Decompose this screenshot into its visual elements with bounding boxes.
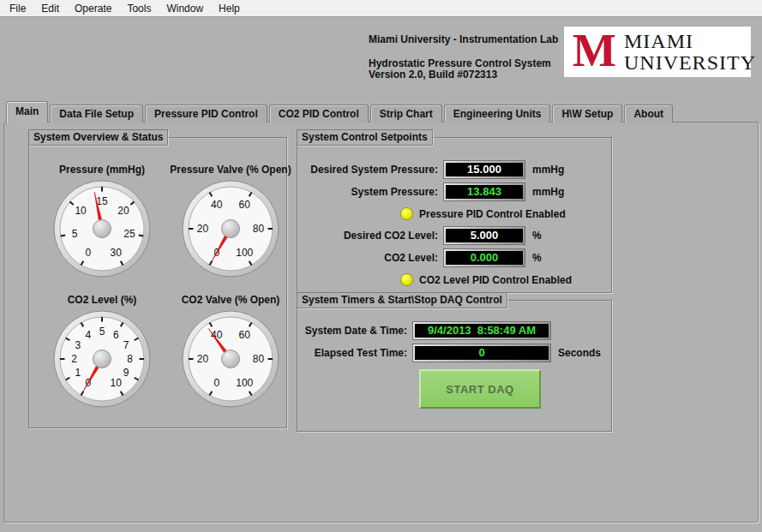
tab-bar: MainData File SetupPressure PID ControlC…: [6, 102, 675, 123]
display-value-co2-level: 0.000: [446, 251, 523, 265]
system-overview-panel-title: System Overview & Status: [28, 129, 168, 146]
svg-text:10: 10: [75, 205, 87, 217]
gauge-pressure-valve: Pressure Valve (% Open)020406080100: [166, 164, 295, 294]
svg-text:2: 2: [71, 353, 77, 365]
label-desired-co2-level: Desired CO2 Level:: [297, 230, 443, 242]
display-value-system-pressure: 13.843: [446, 185, 523, 199]
svg-text:4: 4: [85, 329, 91, 341]
row-elapsed-test-time: Elapsed Test Time:0Seconds: [297, 342, 611, 364]
setpoint-rows: Desired System Pressure:15.000mmHgSystem…: [297, 138, 611, 290]
led-indicator-co2-level-pid-control-enabled: [400, 273, 413, 286]
svg-text:20: 20: [197, 353, 209, 365]
svg-text:25: 25: [123, 228, 135, 240]
row-system-pressure: System Pressure:13.843mmHg: [297, 181, 611, 203]
svg-text:80: 80: [253, 223, 265, 235]
svg-text:60: 60: [239, 199, 251, 211]
logo-wordmark: MIAMI UNIVERSITY: [624, 31, 756, 74]
start-daq-button[interactable]: START DAQ: [419, 369, 541, 409]
svg-text:8: 8: [127, 353, 133, 365]
label-system-pressure: System Pressure:: [297, 186, 443, 198]
menu-edit[interactable]: Edit: [33, 1, 67, 16]
svg-text:80: 80: [253, 353, 265, 365]
svg-text:0: 0: [213, 377, 219, 389]
control-setpoints-panel: System Control Setpoints Desired System …: [297, 137, 612, 293]
gauge-dial-co2-level: 012345678910: [51, 308, 153, 410]
unit-elapsed-test-time: Seconds: [558, 347, 601, 359]
svg-text:9: 9: [123, 367, 129, 379]
tab-pressure-pid-control[interactable]: Pressure PID Control: [145, 105, 267, 123]
svg-text:20: 20: [197, 223, 209, 235]
svg-text:3: 3: [75, 339, 81, 351]
timer-rows: System Date & Time:9/4/2013 8:58:49 AMEl…: [297, 301, 611, 364]
gauge-dial-co2-valve: 020406080100: [179, 308, 282, 410]
app-version: Version 2.0, Build #072313: [369, 69, 558, 81]
display-system-pressure: 13.843: [443, 182, 525, 201]
svg-text:5: 5: [72, 228, 78, 240]
led-row-pressure-pid-control-enabled: Pressure PID Control Enabled: [400, 203, 611, 224]
svg-text:1: 1: [75, 367, 81, 379]
logo-m-monogram: M: [573, 30, 616, 72]
tab-main[interactable]: Main: [6, 101, 48, 123]
label-system-date-time: System Date & Time:: [297, 325, 412, 337]
display-value-elapsed-test-time: 0: [415, 346, 549, 360]
display-value-desired-system-pressure[interactable]: 15.000: [446, 163, 523, 176]
logo-word-university: UNIVERSITY: [624, 51, 756, 74]
display-value-system-date-time: 9/4/2013 8:58:49 AM: [415, 324, 549, 338]
svg-text:0: 0: [85, 247, 91, 259]
system-overview-panel: System Overview & Status Pressure (mmHg)…: [28, 137, 287, 428]
display-system-date-time: 9/4/2013 8:58:49 AM: [412, 321, 551, 340]
tab-h-w-setup[interactable]: H\W Setup: [552, 105, 622, 123]
gauge-co2-level: CO2 Level (%)012345678910: [38, 294, 166, 424]
unit-desired-co2-level: %: [532, 230, 542, 242]
miami-university-logo: M MIAMI UNIVERSITY: [564, 27, 751, 77]
svg-text:6: 6: [113, 329, 119, 341]
menu-tools[interactable]: Tools: [119, 1, 159, 16]
svg-text:60: 60: [239, 329, 251, 341]
menu-file[interactable]: File: [2, 1, 33, 16]
app-title: Miami University - Instrumentation Lab: [369, 34, 558, 45]
label-co2-level: CO2 Level:: [297, 252, 443, 264]
svg-text:5: 5: [99, 326, 105, 338]
tab-strip-chart[interactable]: Strip Chart: [370, 105, 442, 123]
tab-data-file-setup[interactable]: Data File Setup: [50, 105, 143, 123]
header-text-block: Miami University - Instrumentation Lab H…: [369, 34, 558, 81]
row-system-date-time: System Date & Time:9/4/2013 8:58:49 AM: [297, 320, 611, 342]
logo-word-miami: MIAMI: [624, 30, 693, 52]
tab-engineering-units[interactable]: Engineering Units: [444, 105, 551, 123]
display-elapsed-test-time: 0: [412, 344, 551, 362]
menu-help[interactable]: Help: [211, 1, 248, 16]
gauge-caption-co2-valve: CO2 Valve (% Open): [182, 294, 280, 306]
tab-co2-pid-control[interactable]: CO2 PID Control: [269, 105, 369, 123]
gauge-dial-pressure: 051015202530: [51, 177, 153, 280]
svg-text:40: 40: [211, 199, 223, 211]
gauge-caption-pressure-valve: Pressure Valve (% Open): [170, 164, 291, 176]
menu-window[interactable]: Window: [159, 1, 211, 16]
control-setpoints-panel-title: System Control Setpoints: [297, 129, 433, 146]
tab-page-main: System Overview & Status Pressure (mmHg)…: [3, 122, 759, 523]
tab-about[interactable]: About: [624, 105, 673, 123]
svg-text:7: 7: [123, 339, 129, 351]
display-desired-co2-level[interactable]: 5.000: [443, 226, 525, 245]
svg-text:100: 100: [236, 377, 253, 389]
display-value-desired-co2-level[interactable]: 5.000: [446, 229, 523, 242]
svg-text:100: 100: [236, 247, 253, 259]
unit-desired-system-pressure: mmHg: [532, 164, 564, 176]
led-indicator-pressure-pid-control-enabled: [400, 207, 413, 220]
display-desired-system-pressure[interactable]: 15.000: [443, 160, 525, 179]
menu-operate[interactable]: Operate: [67, 1, 119, 16]
led-label-co2-level-pid-control-enabled: CO2 Level PID Control Enabled: [419, 274, 572, 286]
gauge-co2-valve: CO2 Valve (% Open)020406080100: [166, 294, 295, 424]
label-desired-system-pressure: Desired System Pressure:: [297, 164, 443, 176]
svg-text:10: 10: [111, 377, 123, 389]
led-label-pressure-pid-control-enabled: Pressure PID Control Enabled: [419, 208, 566, 220]
gauge-grid: Pressure (mmHg)051015202530Pressure Valv…: [29, 138, 286, 424]
svg-text:30: 30: [111, 247, 123, 259]
svg-text:20: 20: [117, 205, 129, 217]
gauge-caption-co2-level: CO2 Level (%): [68, 294, 137, 306]
led-row-co2-level-pid-control-enabled: CO2 Level PID Control Enabled: [400, 269, 611, 290]
gauge-dial-pressure-valve: 020406080100: [179, 177, 282, 280]
unit-system-pressure: mmHg: [532, 186, 564, 198]
timers-daq-panel-title: System Timers & Start\Stop DAQ Control: [297, 292, 507, 308]
display-co2-level: 0.000: [443, 248, 525, 267]
row-desired-co2-level: Desired CO2 Level:5.000%: [297, 224, 611, 247]
